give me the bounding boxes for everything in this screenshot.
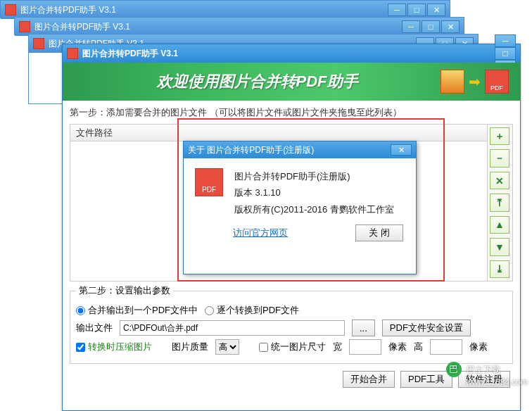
minimize-button[interactable]: ─: [388, 4, 406, 16]
width-input[interactable]: [349, 339, 381, 355]
about-titlebar[interactable]: 关于 图片合并转PDF助手(注册版) ✕: [184, 141, 416, 158]
about-copyright: 版权所有(C)2011-2016 青鹦软件工作室: [234, 201, 394, 217]
titlebar[interactable]: 图片合并转PDF助手 V3.1 ─ □ ✕: [63, 44, 520, 63]
output-file-label: 输出文件: [76, 322, 113, 334]
remove-file-button[interactable]: －: [490, 149, 509, 167]
window-title: 图片合并转PDF助手 V3.1: [34, 21, 398, 33]
about-app-name: 图片合并转PDF助手(注册版): [234, 168, 394, 184]
maximize-button[interactable]: □: [407, 4, 426, 16]
step1-label: 第一步：添加需要合并的图片文件 （可以将图片文件或图片文件夹拖曳至此列表）: [70, 106, 513, 119]
radio-each-one-input[interactable]: [205, 306, 214, 315]
output-file-input[interactable]: [120, 320, 345, 336]
height-unit: 像素: [469, 341, 488, 353]
pdf-security-button[interactable]: PDF文件安全设置: [382, 320, 471, 336]
height-label: 高: [414, 341, 423, 353]
watermark-logo-icon: 巴: [446, 362, 462, 377]
watermark-text: 巴士下载: [467, 365, 500, 374]
move-bottom-button[interactable]: ⤓: [490, 260, 509, 278]
move-up-button[interactable]: ▲: [490, 216, 509, 234]
pdf-icon: PDF: [195, 168, 223, 196]
step2-legend: 第二步：设置输出参数: [76, 284, 173, 297]
radio-merge-one-input[interactable]: [76, 306, 85, 315]
about-title: 关于 图片合并转PDF助手(注册版): [188, 144, 391, 156]
watermark-url: www.11684.com: [466, 377, 528, 387]
app-icon: [5, 4, 16, 15]
radio-each-one[interactable]: 逐个转换到PDF文件: [205, 304, 299, 317]
about-website-link[interactable]: 访问官方网页: [233, 227, 288, 239]
banner: 欢迎使用图片合并转PDF助手 ➡ PDF: [63, 63, 520, 101]
site-watermark: 巴 巴士下载 www.11684.com: [446, 362, 528, 387]
start-merge-button[interactable]: 开始合并: [343, 371, 395, 388]
maximize-button[interactable]: □: [495, 47, 516, 60]
move-top-button[interactable]: ⤒: [490, 194, 509, 211]
minimize-button[interactable]: ─: [402, 20, 420, 33]
height-input[interactable]: [430, 339, 462, 355]
about-version: 版本 3.1.10: [234, 184, 394, 201]
pdf-tools-button[interactable]: PDF工具: [400, 371, 452, 388]
close-button[interactable]: ✕: [427, 4, 445, 16]
step2-fieldset: 第二步：设置输出参数 合并输出到一个PDF文件中 逐个转换到PDF文件 输出文件…: [70, 284, 513, 364]
arrow-right-icon: ➡: [469, 73, 481, 90]
app-icon: [67, 48, 78, 59]
quality-select[interactable]: 高: [215, 339, 239, 355]
clear-files-button[interactable]: ✕: [490, 172, 509, 189]
compress-checkbox-label[interactable]: 转换时压缩图片: [76, 341, 152, 353]
add-file-button[interactable]: ＋: [490, 127, 509, 145]
radio-merge-one[interactable]: 合并输出到一个PDF文件中: [76, 304, 198, 317]
quality-label: 图片质量: [172, 341, 208, 353]
image-icon: [441, 70, 464, 94]
window-title: 图片合并转PDF助手 V3.1: [20, 4, 384, 16]
unify-checkbox-label[interactable]: 统一图片尺寸: [259, 341, 326, 353]
file-list-header[interactable]: 文件路径: [70, 125, 487, 141]
move-down-button[interactable]: ▼: [490, 238, 509, 255]
banner-slogan: 欢迎使用图片合并转PDF助手: [74, 71, 441, 92]
pdf-icon: PDF: [485, 70, 509, 94]
app-icon: [19, 21, 30, 32]
width-label: 宽: [333, 341, 342, 353]
maximize-button[interactable]: □: [422, 20, 440, 33]
window-title: 图片合并转PDF助手 V3.1: [82, 48, 490, 60]
app-icon: [33, 38, 44, 49]
minimize-button[interactable]: ─: [495, 34, 516, 47]
browse-button[interactable]: ...: [352, 320, 375, 336]
close-button[interactable]: ✕: [441, 20, 460, 33]
unify-checkbox[interactable]: [259, 343, 268, 352]
about-close-button[interactable]: 关 闭: [355, 225, 403, 241]
about-dialog: 关于 图片合并转PDF助手(注册版) ✕ PDF 图片合并转PDF助手(注册版)…: [183, 141, 417, 274]
about-close-icon[interactable]: ✕: [391, 144, 412, 156]
background-window-1: 图片合并转PDF助手 V3.1 ─ □ ✕: [0, 0, 450, 18]
background-window-2: 图片合并转PDF助手 V3.1 ─ □ ✕: [14, 17, 464, 35]
compress-checkbox[interactable]: [76, 343, 85, 352]
width-unit: 像素: [388, 341, 407, 353]
